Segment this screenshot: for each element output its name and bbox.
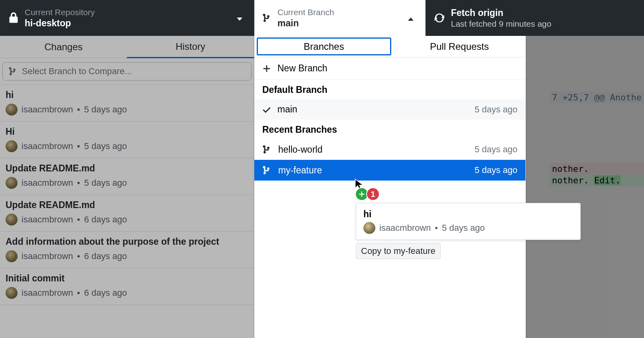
lock-icon (8, 12, 19, 24)
commit-item[interactable]: Add information about the purpose of the… (0, 232, 254, 268)
tab-changes[interactable]: Changes (0, 36, 127, 58)
avatar (6, 140, 18, 152)
tab-history[interactable]: History (127, 36, 254, 58)
check-icon (262, 105, 271, 114)
avatar (6, 287, 18, 299)
commit-item[interactable]: Initial commit isaacmbrown • 6 days ago (0, 268, 254, 305)
branch-time: 5 days ago (474, 104, 517, 115)
tab-pull-requests[interactable]: Pull Requests (394, 36, 526, 57)
drag-badge: 1 (355, 187, 380, 201)
branch-label: Current Branch (277, 8, 334, 17)
commit-author: isaacmbrown (21, 141, 73, 151)
commit-time: 5 days ago (84, 104, 127, 115)
commit-title: Update README.md (6, 200, 248, 210)
commit-title: Update README.md (6, 163, 248, 174)
sidebar-tabs: Changes History (0, 36, 254, 58)
commit-item[interactable]: Update README.md isaacmbrown • 5 days ag… (0, 158, 254, 195)
avatar (6, 214, 18, 226)
avatar (6, 177, 18, 189)
branch-name: hello-world (278, 144, 468, 155)
avatar (363, 222, 375, 234)
drag-hint-tooltip: Copy to my-feature (356, 243, 441, 259)
avatar (6, 250, 18, 262)
fetch-origin-button[interactable]: Fetch origin Last fetched 9 minutes ago (425, 0, 644, 36)
commit-time: 5 days ago (84, 141, 127, 151)
diff-hunk-header: 7 +25,7 @@ Anothe (550, 92, 644, 103)
drag-commit-author: isaacmbrown (379, 223, 431, 233)
compare-placeholder: Select Branch to Compare... (22, 66, 132, 77)
commit-time: 6 days ago (84, 288, 127, 298)
branch-item-main[interactable]: main 5 days ago (254, 99, 525, 120)
drag-commit-time: 5 days ago (442, 223, 485, 233)
commit-author: isaacmbrown (21, 251, 73, 261)
repository-label: Current Repository (25, 8, 95, 17)
commit-item[interactable]: Update README.md isaacmbrown • 6 days ag… (0, 195, 254, 232)
commit-author: isaacmbrown (21, 288, 73, 298)
commit-author: isaacmbrown (21, 178, 73, 188)
commit-time: 6 days ago (84, 214, 127, 225)
plus-icon (262, 64, 271, 73)
commit-item[interactable]: hi isaacmbrown • 5 days ago (0, 85, 254, 122)
recent-branches-heading: Recent Branches (254, 120, 525, 139)
diff-line-added: nother. Edit. (550, 175, 644, 186)
commit-title: Add information about the purpose of the… (6, 236, 248, 247)
commit-title: Initial commit (6, 273, 248, 284)
tab-branches[interactable]: Branches (257, 37, 391, 55)
commit-title: hi (6, 90, 248, 100)
branch-name: main (277, 104, 468, 115)
branch-item-my-feature[interactable]: my-feature 5 days ago (254, 160, 525, 181)
repository-selector[interactable]: Current Repository hi-desktop (0, 0, 254, 36)
branch-time: 5 days ago (474, 144, 517, 155)
drag-commit-title: hi (363, 209, 573, 220)
branch-item-hello-world[interactable]: hello-world 5 days ago (254, 139, 525, 160)
commit-title: Hi (6, 126, 248, 137)
branch-name: main (277, 18, 334, 29)
commit-time: 5 days ago (84, 178, 127, 188)
diff-line-removed: nother. (550, 163, 644, 175)
branch-dropdown: Branches Pull Requests New Branch Defaul… (254, 36, 526, 338)
compare-branch-input[interactable]: Select Branch to Compare... (2, 62, 252, 81)
commit-time: 6 days ago (84, 251, 127, 261)
drag-commit-card: hi isaacmbrown • 5 days ago (356, 203, 581, 240)
new-branch-button[interactable]: New Branch (254, 57, 525, 80)
drag-count-badge: 1 (366, 187, 380, 201)
commit-author: isaacmbrown (21, 214, 73, 225)
sync-icon (433, 12, 445, 24)
default-branch-heading: Default Branch (254, 80, 525, 99)
avatar (6, 104, 18, 116)
chevron-down-icon (237, 18, 242, 21)
branch-icon (262, 144, 272, 155)
branch-selector[interactable]: Current Branch main (254, 0, 425, 36)
branch-name: my-feature (278, 165, 468, 176)
branch-icon (262, 12, 272, 24)
toolbar: Current Repository hi-desktop Current Br… (0, 0, 644, 36)
fetch-title: Fetch origin (451, 8, 551, 18)
repository-name: hi-desktop (25, 18, 95, 29)
fetch-subtitle: Last fetched 9 minutes ago (451, 19, 551, 29)
chevron-up-icon (408, 18, 414, 21)
commit-author: isaacmbrown (21, 104, 73, 115)
new-branch-label: New Branch (277, 63, 327, 74)
branch-icon (262, 165, 272, 176)
branch-icon (8, 66, 18, 77)
commit-list: hi isaacmbrown • 5 days ago Hi isaacmbro… (0, 85, 254, 305)
sidebar: Changes History Select Branch to Compare… (0, 36, 254, 338)
commit-item[interactable]: Hi isaacmbrown • 5 days ago (0, 122, 254, 158)
branch-time: 5 days ago (474, 165, 517, 175)
